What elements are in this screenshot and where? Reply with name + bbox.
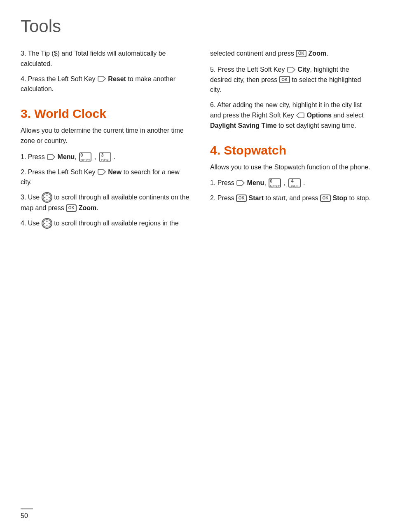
list-item: 3. Use to scroll through all available c… — [21, 192, 189, 213]
list-item: 2. Press the Left Soft Key New to search… — [21, 167, 189, 188]
comma2: , — [284, 179, 288, 186]
stopwatch-steps: 1. Press Menu, 0NEXT , 4GHI . — [210, 178, 372, 204]
step-text: Menu, — [247, 179, 268, 186]
divider — [21, 509, 33, 509]
step-number: 1. Press — [210, 179, 236, 186]
step-text: Start to start, and press — [249, 195, 320, 202]
svg-marker-8 — [44, 223, 45, 224]
right-column: selected continent and press OK Zoom. 5.… — [202, 49, 372, 234]
step-number: 4. Press the Left Soft Key — [21, 75, 97, 82]
step-number: 2. Press the Left Soft Key — [21, 169, 97, 176]
nav-icon — [42, 218, 52, 229]
key-3-def: 3DEF — [99, 152, 111, 162]
left-soft-key-icon — [97, 169, 106, 175]
list-item: 1. Press Menu, 0NEXT , 3DEF . — [21, 152, 189, 162]
step-number: 3. The Tip ($) and Total fields will aut… — [21, 50, 166, 67]
section-stopwatch-heading: 4. Stopwatch — [210, 143, 372, 157]
ok-icon: OK — [279, 76, 290, 83]
svg-marker-3 — [44, 197, 45, 198]
list-item: 2. Press OK Start to start, and press OK… — [210, 193, 372, 204]
step-number: 4. Use — [21, 220, 42, 227]
ok-icon: OK — [236, 195, 247, 202]
ok-icon-2: OK — [320, 195, 331, 202]
svg-marker-4 — [49, 197, 50, 198]
key-4-ghi: 4GHI — [288, 178, 301, 187]
step-number: 3. Use — [21, 194, 42, 201]
stopwatch-desc: Allows you to use the Stopwatch function… — [210, 162, 372, 173]
svg-marker-6 — [46, 220, 47, 221]
list-item: 4. Use to scroll through all available r… — [21, 218, 189, 229]
step-number: 1. Press — [21, 153, 47, 160]
list-item: 4. Press the Left Soft Key Reset to make… — [21, 74, 189, 95]
ok-icon: OK — [296, 50, 306, 57]
svg-marker-1 — [46, 195, 47, 196]
step-text2: Stop to stop. — [332, 195, 370, 202]
step-text: to scroll through all available regions … — [54, 220, 178, 227]
left-column: 3. The Tip ($) and Total fields will aut… — [21, 49, 202, 234]
page-container: Tools 3. The Tip ($) and Total fields wi… — [0, 0, 393, 259]
list-item: 5. Press the Left Soft Key City, highlig… — [210, 65, 372, 95]
section-world-clock-heading: 3. World Clock — [21, 107, 189, 121]
world-clock-desc: Allows you to determine the current time… — [21, 126, 189, 146]
list-item: 3. The Tip ($) and Total fields will aut… — [21, 49, 189, 69]
list-item: 6. After adding the new city, highlight … — [210, 100, 372, 131]
page-title: Tools — [21, 16, 372, 36]
period2: . — [303, 179, 305, 186]
step-number: 2. Press — [210, 195, 236, 202]
step-number: 5. Press the Left Soft Key — [210, 66, 287, 73]
left-soft-key-icon — [287, 66, 296, 73]
ok-icon: OK — [66, 204, 77, 212]
prev-section-steps: 3. The Tip ($) and Total fields will aut… — [21, 49, 189, 94]
svg-marker-7 — [46, 225, 47, 226]
key-0-next: 0NEXT — [79, 152, 91, 162]
step-text: Menu, — [58, 153, 79, 160]
svg-marker-9 — [49, 223, 50, 224]
key-0-next: 0NEXT — [269, 178, 281, 187]
left-soft-key-icon — [97, 75, 106, 82]
svg-marker-2 — [46, 199, 47, 200]
list-item: 1. Press Menu, 0NEXT , 4GHI . — [210, 178, 372, 188]
nav-icon — [42, 192, 52, 203]
world-clock-steps: 1. Press Menu, 0NEXT , 3DEF . — [21, 152, 189, 229]
world-clock-steps-right: 5. Press the Left Soft Key City, highlig… — [210, 65, 372, 131]
right-soft-key-icon — [296, 112, 305, 119]
left-soft-key-icon — [47, 154, 56, 160]
comma: , — [94, 153, 98, 160]
content-area: 3. The Tip ($) and Total fields will aut… — [21, 49, 372, 234]
left-soft-key-icon — [236, 180, 245, 186]
period: . — [114, 153, 115, 160]
step-text2: Zoom. — [79, 204, 98, 211]
step-4-continuation: selected continent and press OK Zoom. — [210, 49, 372, 59]
page-number: 50 — [21, 512, 28, 520]
